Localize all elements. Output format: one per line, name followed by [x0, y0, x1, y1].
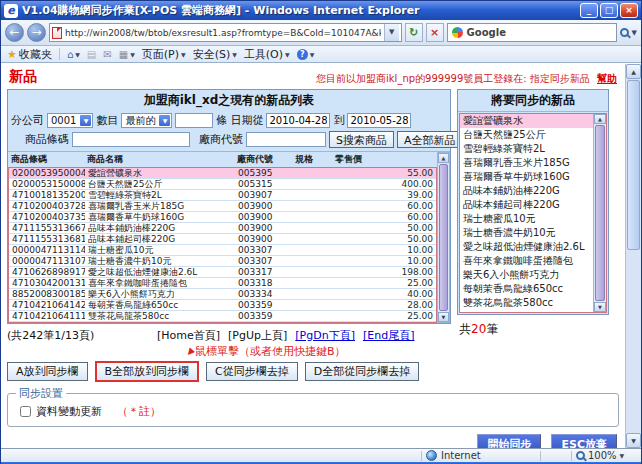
- listbox-scroll-thumb[interactable]: [595, 125, 605, 301]
- list-item[interactable]: 每朝茉香烏龍綠650cc: [460, 282, 593, 296]
- date-from-input[interactable]: [266, 113, 330, 128]
- maximize-button[interactable]: □: [600, 3, 618, 18]
- list-item[interactable]: 愛誼營礦泉水: [460, 114, 593, 128]
- favorites-star-icon: ★: [7, 48, 17, 61]
- listbox-scrollbar[interactable]: ▲ ▼: [593, 114, 606, 312]
- status-separator: [421, 451, 422, 461]
- list-item[interactable]: 雙茶花烏龍茶580cc: [460, 296, 593, 310]
- mail-icon[interactable]: ✉: [103, 49, 111, 60]
- count-input[interactable]: [175, 113, 213, 128]
- status-zone-label: Internet: [441, 450, 481, 461]
- listbox-scroll-down-icon[interactable]: ▼: [594, 302, 606, 312]
- print-button[interactable]: ▦ ▼: [119, 49, 135, 60]
- cell-price: 60.00: [333, 201, 436, 211]
- browser-scroll-up-icon[interactable]: ▲: [626, 64, 641, 79]
- zoom-control[interactable]: 100% ▼: [576, 450, 638, 461]
- action-button[interactable]: B全部放到同步欄: [95, 361, 200, 382]
- close-button[interactable]: ×: [620, 3, 638, 18]
- address-dropdown-icon[interactable]: ▼: [384, 24, 399, 41]
- count-unit-label: 條: [216, 113, 227, 128]
- count-value: 最前的: [122, 114, 158, 128]
- branch-select-arrow-icon[interactable]: ▼: [79, 114, 92, 127]
- count-select[interactable]: 最前的 ▼: [121, 113, 172, 128]
- left-column: 加盟商ikl_xd之現有的新品列表 分公司 0001 ▼ 數目 最前的 ▼: [7, 89, 451, 382]
- menu-page[interactable]: 页面(P) ▼: [142, 47, 186, 62]
- menu-security[interactable]: 安全(S) ▼: [193, 47, 237, 62]
- list-item[interactable]: 樂天6入小熊餅巧克力: [460, 268, 593, 282]
- feeds-icon[interactable]: ▤: [87, 49, 96, 60]
- data-update-label: 資料變動更新: [36, 404, 102, 419]
- table-header-row: 商品條碼 商品名稱 廠商代號 規格 零售價: [8, 152, 437, 167]
- list-item[interactable]: 台鹽天然鹽25公斤: [460, 128, 593, 142]
- count-label: 數目: [96, 113, 118, 128]
- favorites-button[interactable]: ★ 收藏夹: [7, 47, 52, 62]
- branch-select[interactable]: 0001 ▼: [47, 113, 93, 128]
- cell-price: 10.00: [333, 256, 436, 266]
- table-row[interactable]: 4710421064111 雙茶花烏龍茶580cc 003359 25.00: [9, 311, 436, 322]
- menu-tools[interactable]: 工具(O) ▼: [244, 47, 290, 62]
- vendor-input[interactable]: [246, 132, 326, 147]
- address-bar[interactable]: http://win2008/tw/btob/exsresult1.asp?fr…: [49, 23, 402, 42]
- page-header: 新品 您目前以加盟商ikl_np的999999號員工登錄在: 指定同步新品 幫助: [7, 67, 619, 89]
- refresh-button[interactable]: ↻: [405, 23, 423, 42]
- esc-cancel-button[interactable]: ESC放棄: [551, 434, 617, 448]
- pagination-pgdn-link[interactable]: [PgDn下頁]: [295, 328, 355, 343]
- cell-name: 雙茶花烏龍茶580cc: [85, 310, 235, 323]
- search-products-button[interactable]: S搜索商品: [329, 131, 394, 148]
- cell-vendor: 003907: [235, 190, 293, 200]
- sync-listbox[interactable]: 愛誼營礦泉水台鹽天然鹽25公斤雪碧輕綠茶寶特2L喜瑞爾乳香玉米片185G喜瑞爾香…: [459, 113, 607, 313]
- cell-price: 50.00: [333, 223, 436, 233]
- zoom-dropdown-icon[interactable]: ▼: [620, 452, 625, 459]
- table-scrollbar[interactable]: ▲ ▼: [437, 152, 450, 323]
- filter-row-1: 分公司 0001 ▼ 數目 最前的 ▼ 條: [11, 111, 447, 130]
- list-item[interactable]: 雪碧輕綠茶寶特2L: [460, 142, 593, 156]
- all-new-products-button[interactable]: A全部新品: [397, 131, 463, 148]
- search-icon[interactable]: [620, 28, 629, 37]
- col-header-vendor: 廠商代號: [234, 153, 292, 166]
- cell-price: 40.00: [333, 289, 436, 299]
- action-button[interactable]: A放到同步欄: [7, 362, 88, 381]
- list-item[interactable]: 喜瑞爾乳香玉米片185G: [460, 156, 593, 170]
- list-item[interactable]: 喜年來拿鐵咖啡蛋捲隨包: [460, 254, 593, 268]
- search-box[interactable]: Google: [447, 23, 617, 42]
- table-scroll-thumb[interactable]: [439, 164, 448, 311]
- cell-price: 39.00: [333, 190, 436, 200]
- browser-scroll-track[interactable]: [626, 251, 641, 433]
- barcode-input[interactable]: [72, 132, 190, 147]
- minimize-button[interactable]: _: [580, 3, 598, 18]
- browser-scroll-thumb[interactable]: [627, 80, 640, 250]
- col-header-name: 商品名稱: [84, 153, 234, 166]
- data-update-checkbox[interactable]: [20, 406, 31, 417]
- table-scroll-down-icon[interactable]: ▼: [438, 312, 449, 322]
- action-button[interactable]: D全部從同步欄去掉: [305, 362, 419, 381]
- action-button[interactable]: C從同步欄去掉: [206, 362, 298, 381]
- forward-button[interactable]: →: [27, 23, 46, 42]
- stop-button[interactable]: ×: [426, 23, 444, 42]
- list-item[interactable]: 瑞士糖香濃牛奶10元: [460, 226, 593, 240]
- list-item[interactable]: 喜瑞爾香草牛奶球160G: [460, 170, 593, 184]
- cell-barcode: 4711155313667: [9, 223, 85, 233]
- help-icon: ?: [297, 49, 308, 60]
- help-link[interactable]: 幫助: [597, 73, 617, 84]
- list-item[interactable]: 品味本鋪起司棒220G: [460, 198, 593, 212]
- pagination-end-link[interactable]: [End尾頁]: [363, 328, 415, 343]
- home-button[interactable]: ⌂ ▼: [67, 49, 80, 60]
- search-dropdown-icon[interactable]: ▼: [632, 29, 637, 37]
- list-item[interactable]: 愛之味超低油煙健康油2.6L: [460, 240, 593, 254]
- browser-scroll-down-icon[interactable]: ▼: [626, 433, 641, 448]
- start-sync-button[interactable]: 開始同步: [477, 434, 541, 448]
- list-item[interactable]: 品味本鋪奶油棒220G: [460, 184, 593, 198]
- internet-globe-icon: [426, 450, 437, 461]
- listbox-scroll-up-icon[interactable]: ▲: [594, 114, 606, 124]
- back-button[interactable]: ←: [5, 23, 24, 42]
- start-row: 開始同步 ESC放棄: [9, 434, 617, 448]
- sync-count: 共20筆: [459, 321, 609, 338]
- date-to-input[interactable]: [347, 113, 411, 128]
- table-scroll-up-icon[interactable]: ▲: [438, 153, 449, 163]
- url-text[interactable]: http://win2008/tw/btob/exsresult1.asp?fr…: [65, 28, 381, 38]
- help-button[interactable]: ? ▼: [297, 49, 315, 60]
- count-select-arrow-icon[interactable]: ▼: [158, 114, 171, 127]
- search-input[interactable]: Google: [467, 27, 612, 38]
- list-item[interactable]: 瑞士糖蜜瓜10元: [460, 212, 593, 226]
- browser-scrollbar[interactable]: ▲ ▼: [625, 64, 641, 448]
